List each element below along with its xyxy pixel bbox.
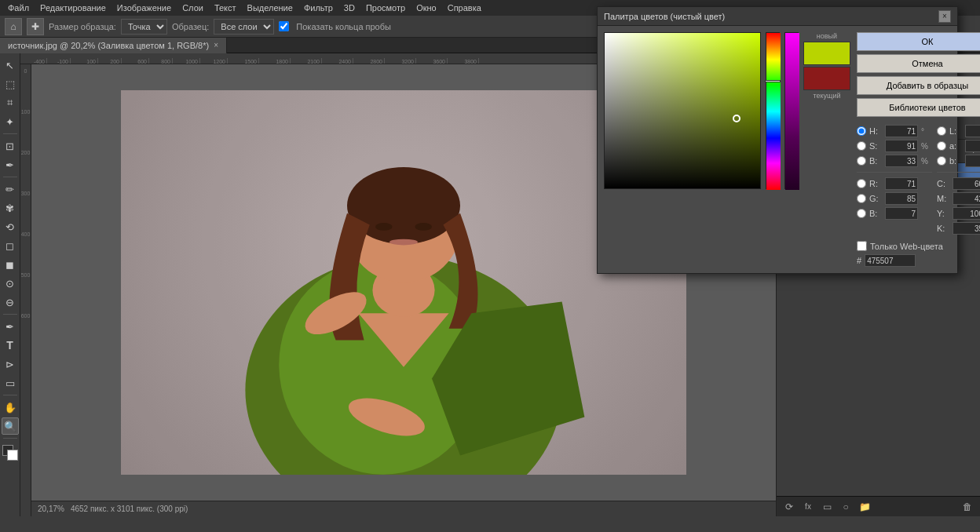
- menu-item-help[interactable]: Справка: [443, 2, 486, 14]
- dodge-tool[interactable]: ⊖: [2, 293, 19, 311]
- gradient-tool[interactable]: ◼: [2, 256, 19, 273]
- menu-item-file[interactable]: Файл: [3, 2, 34, 14]
- hex-input[interactable]: [865, 254, 916, 267]
- web-colors-checkbox[interactable]: [857, 241, 867, 251]
- status-bar: 20,17% 4652 пикс. x 3101 пикс. (300 ррі): [31, 501, 776, 516]
- menu-item-window[interactable]: Окно: [411, 2, 441, 14]
- C-field-row: C: %: [937, 177, 980, 190]
- select-tool[interactable]: ⬚: [2, 75, 19, 93]
- menu-item-text[interactable]: Текст: [210, 2, 241, 14]
- menu-item-image[interactable]: Изображение: [112, 2, 176, 14]
- b-input[interactable]: [965, 155, 980, 167]
- hex-input-row: #: [857, 254, 980, 267]
- document-tab[interactable]: источник.jpg @ 20,2% (Заливка цветом 1, …: [0, 38, 227, 53]
- tool-separator-3: [3, 314, 17, 315]
- menu-item-view[interactable]: Просмотр: [361, 2, 410, 14]
- M-input[interactable]: [953, 192, 980, 205]
- tool-separator-5: [3, 438, 17, 439]
- blue-radio[interactable]: [857, 209, 866, 218]
- Y-input[interactable]: [953, 207, 980, 220]
- hue-slider[interactable]: [766, 33, 781, 190]
- layers-footer: ⟳ fx ▭ ○ 📁 🗑: [777, 496, 980, 516]
- sample-select[interactable]: Все слои: [214, 19, 274, 35]
- color-picker-dialog[interactable]: Палитра цветов (чистый цвет) ×: [597, 6, 958, 274]
- show-rings-label: Показать кольца пробы: [296, 22, 391, 31]
- hue-input[interactable]: [885, 125, 918, 137]
- a-input[interactable]: [965, 140, 980, 152]
- tool-separator-4: [3, 395, 17, 395]
- menu-item-filter[interactable]: Фильтр: [299, 2, 338, 14]
- hue-radio[interactable]: [857, 126, 866, 136]
- color-libraries-button[interactable]: Библиотеки цветов: [857, 98, 980, 117]
- red-radio[interactable]: [857, 179, 866, 188]
- new-color-swatch[interactable]: [803, 42, 850, 65]
- eyedropper-tool-left[interactable]: ✒: [2, 156, 19, 173]
- menu-item-select[interactable]: Выделение: [243, 2, 298, 14]
- b-radio[interactable]: [937, 156, 946, 166]
- saturation-radio[interactable]: [857, 141, 866, 151]
- clone-tool[interactable]: ✾: [2, 199, 19, 217]
- hue-unit: °: [921, 127, 932, 136]
- current-color-swatch[interactable]: [803, 67, 850, 90]
- crop-tool[interactable]: ⊡: [2, 137, 19, 155]
- ok-button[interactable]: ОК: [857, 32, 980, 51]
- layer-link-button[interactable]: ⟳: [781, 499, 797, 515]
- L-radio[interactable]: [937, 126, 946, 136]
- C-input[interactable]: [953, 177, 980, 190]
- blur-tool[interactable]: ⊙: [2, 275, 19, 292]
- cancel-button[interactable]: Отмена: [857, 54, 980, 73]
- brightness-unit: %: [921, 157, 932, 166]
- layer-mask-button[interactable]: ▭: [819, 499, 835, 515]
- brightness-radio[interactable]: [857, 156, 866, 166]
- a-radio[interactable]: [937, 141, 946, 151]
- path-select-tool[interactable]: ⊳: [2, 355, 19, 373]
- brush-tool[interactable]: ✏: [2, 180, 19, 198]
- layer-adjustment-button[interactable]: ○: [838, 499, 854, 515]
- dialog-buttons: ОК Отмена Добавить в образцы Библиотеки …: [857, 32, 980, 117]
- history-tool[interactable]: ⟲: [2, 218, 19, 235]
- home-button[interactable]: ⌂: [5, 18, 22, 35]
- green-input[interactable]: [885, 192, 918, 205]
- K-input[interactable]: [953, 222, 980, 235]
- sample-size-select[interactable]: Точка: [121, 19, 167, 35]
- color-gradient-picker[interactable]: [604, 32, 761, 189]
- add-to-swatches-button[interactable]: Добавить в образцы: [857, 76, 980, 95]
- a-field-row: a:: [937, 140, 980, 152]
- L-field-row: L:: [937, 125, 980, 137]
- lasso-tool[interactable]: ⌗: [2, 94, 19, 111]
- move-tool[interactable]: ↖: [2, 56, 19, 74]
- pen-tool[interactable]: ✒: [2, 318, 19, 335]
- green-radio[interactable]: [857, 194, 866, 203]
- C-label: C:: [937, 179, 949, 188]
- red-input[interactable]: [885, 177, 918, 190]
- L-label: L:: [949, 126, 962, 136]
- L-input[interactable]: [965, 125, 980, 137]
- eyedropper-tool[interactable]: ✚: [27, 18, 44, 35]
- green-label: G:: [869, 194, 882, 203]
- layer-fx-button[interactable]: fx: [800, 499, 816, 515]
- dialog-close-button[interactable]: ×: [938, 10, 951, 23]
- b-label: b:: [949, 156, 962, 166]
- color-picker-main: новый текущий: [604, 32, 850, 267]
- blue-input[interactable]: [885, 207, 918, 220]
- show-rings-checkbox[interactable]: [279, 21, 289, 31]
- layer-group-button[interactable]: 📁: [857, 499, 872, 515]
- tab-close-button[interactable]: ×: [214, 41, 218, 49]
- brightness-input[interactable]: [885, 155, 918, 167]
- saturation-input[interactable]: [885, 140, 918, 152]
- zoom-tool[interactable]: 🔍: [2, 417, 19, 435]
- menu-item-layers[interactable]: Слои: [177, 2, 208, 14]
- hand-tool[interactable]: ✋: [2, 399, 19, 416]
- dialog-right-panel: ОК Отмена Добавить в образцы Библиотеки …: [857, 32, 980, 267]
- menu-item-edit[interactable]: Редактирование: [35, 2, 111, 14]
- magic-wand-tool[interactable]: ✦: [2, 113, 19, 130]
- menu-item-3d[interactable]: 3D: [339, 2, 360, 14]
- dialog-title-bar[interactable]: Палитра цветов (чистый цвет) ×: [598, 7, 957, 26]
- color-swatch[interactable]: [2, 445, 18, 461]
- text-tool[interactable]: T: [2, 337, 19, 354]
- opacity-slider[interactable]: [785, 33, 799, 190]
- shape-tool[interactable]: ▭: [2, 374, 19, 392]
- layer-delete-button[interactable]: 🗑: [960, 499, 975, 515]
- eraser-tool[interactable]: ◻: [2, 237, 19, 254]
- background-color[interactable]: [7, 450, 18, 461]
